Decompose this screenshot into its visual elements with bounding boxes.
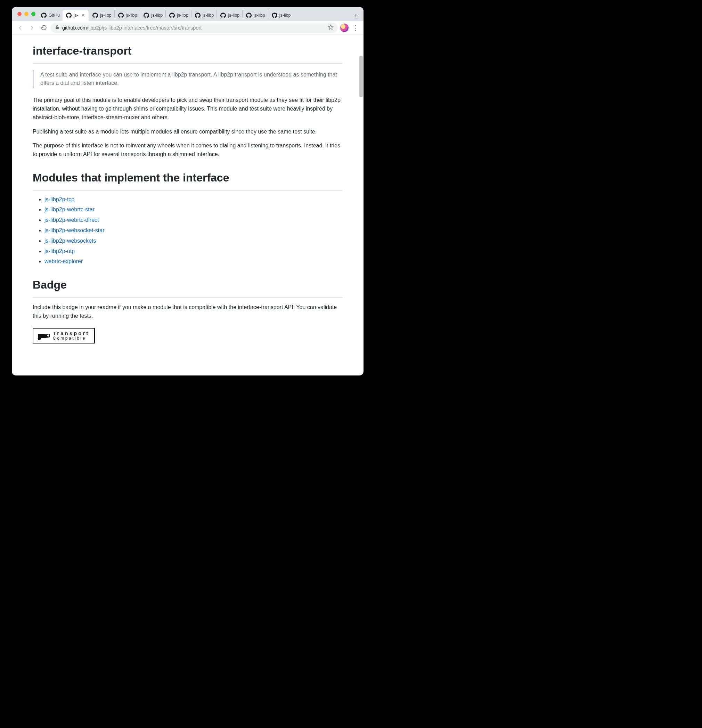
bookmark-star-icon[interactable]	[328, 25, 334, 31]
tab-title: js-libp	[254, 13, 265, 18]
minimize-window-button[interactable]	[25, 12, 29, 16]
forward-button[interactable]	[27, 23, 37, 33]
url-path: /libp2p/js-libp2p-interfaces/tree/master…	[87, 25, 202, 30]
list-item: js-libp2p-webrtc-direct	[45, 216, 343, 225]
window-controls	[16, 7, 37, 21]
vertical-scrollbar-thumb[interactable]	[359, 56, 363, 97]
browser-tab[interactable]: js-libp	[89, 10, 114, 21]
browser-tab[interactable]: js-libp	[268, 10, 294, 21]
tab-title: js-libp	[100, 13, 112, 18]
module-link[interactable]: js-libp2p-utp	[45, 248, 75, 254]
paragraph: Include this badge in your readme if you…	[33, 303, 343, 321]
github-favicon-icon	[41, 13, 46, 18]
browser-tab[interactable]: js-libp	[217, 10, 242, 21]
module-link[interactable]: js-libp2p-tcp	[45, 196, 74, 202]
tab-close-button[interactable]: ✕	[80, 13, 86, 18]
paragraph: The primary goal of this module is to en…	[33, 96, 343, 122]
list-item: js-libp2p-utp	[45, 247, 343, 256]
browser-menu-button[interactable]: ⋮	[351, 24, 360, 32]
module-link[interactable]: js-libp2p-webrtc-direct	[45, 217, 99, 223]
tab-strip: GitHujs-✕js-libpjs-libpjs-libpjs-libpjs-…	[12, 7, 363, 21]
module-link[interactable]: js-libp2p-websockets	[45, 238, 96, 244]
paragraph: Publishing a test suite as a module lets…	[33, 128, 343, 136]
tab-title: js-libp	[203, 13, 214, 18]
browser-toolbar: github.com/libp2p/js-libp2p-interfaces/t…	[12, 21, 363, 35]
github-favicon-icon	[92, 13, 98, 18]
tab-title: js-libp	[126, 13, 137, 18]
browser-tab[interactable]: js-libp	[242, 10, 268, 21]
browser-tab[interactable]: js-libp	[115, 10, 140, 21]
github-favicon-icon	[66, 13, 72, 18]
svg-rect-2	[38, 334, 46, 338]
badge-line-1: Transport	[53, 331, 89, 336]
heading-modules: Modules that implement the interface	[33, 169, 343, 191]
github-favicon-icon	[272, 13, 277, 18]
maximize-window-button[interactable]	[31, 12, 35, 16]
list-item: js-libp2p-webrtc-star	[45, 205, 343, 214]
svg-point-3	[47, 334, 49, 337]
github-favicon-icon	[118, 13, 124, 18]
readme-content: interface-transport A test suite and int…	[12, 35, 363, 357]
browser-window: GitHujs-✕js-libpjs-libpjs-libpjs-libpjs-…	[12, 7, 363, 376]
url-host: github.com	[62, 25, 87, 30]
intro-blockquote: A test suite and interface you can use t…	[33, 70, 343, 89]
back-button[interactable]	[15, 23, 25, 33]
tabs-container: GitHujs-✕js-libpjs-libpjs-libpjs-libpjs-…	[37, 7, 349, 21]
page-viewport: interface-transport A test suite and int…	[12, 35, 363, 376]
url-text: github.com/libp2p/js-libp2p-interfaces/t…	[62, 25, 202, 30]
github-favicon-icon	[246, 13, 252, 18]
paragraph: The purpose of this interface is not to …	[33, 142, 343, 159]
modules-list: js-libp2p-tcpjs-libp2p-webrtc-starjs-lib…	[33, 195, 343, 266]
heading-interface-transport: interface-transport	[33, 42, 343, 64]
heading-badge: Badge	[33, 276, 343, 298]
tab-title: js-libp	[280, 13, 291, 18]
browser-tab-active[interactable]: js-✕	[63, 10, 89, 21]
browser-tab[interactable]: js-libp	[140, 10, 166, 21]
list-item: webrtc-explorer	[45, 257, 343, 266]
transport-compatible-badge: Transport Compatible	[33, 328, 95, 343]
badge-text: Transport Compatible	[53, 331, 89, 340]
tab-title: js-libp	[177, 13, 188, 18]
list-item: js-libp2p-websocket-star	[45, 226, 343, 235]
close-window-button[interactable]	[17, 12, 22, 16]
profile-avatar[interactable]	[340, 23, 349, 32]
github-favicon-icon	[221, 13, 226, 18]
tab-title: js-libp	[228, 13, 239, 18]
transport-badge-icon	[37, 332, 49, 340]
new-tab-button[interactable]: +	[351, 11, 361, 21]
browser-tab[interactable]: js-libp	[192, 10, 217, 21]
badge-line-2: Compatible	[53, 336, 89, 341]
browser-tab[interactable]: GitHu	[37, 10, 63, 21]
tab-title: GitHu	[49, 13, 60, 18]
module-link[interactable]: webrtc-explorer	[45, 258, 83, 264]
tab-title: js-libp	[151, 13, 163, 18]
github-favicon-icon	[169, 13, 175, 18]
list-item: js-libp2p-websockets	[45, 237, 343, 246]
github-favicon-icon	[144, 13, 149, 18]
github-favicon-icon	[195, 13, 200, 18]
module-link[interactable]: js-libp2p-webrtc-star	[45, 207, 95, 212]
svg-marker-0	[328, 25, 333, 29]
module-link[interactable]: js-libp2p-websocket-star	[45, 227, 105, 233]
address-bar[interactable]: github.com/libp2p/js-libp2p-interfaces/t…	[51, 23, 338, 33]
lock-icon	[55, 25, 59, 30]
tab-title: js-	[74, 13, 78, 18]
list-item: js-libp2p-tcp	[45, 195, 343, 204]
browser-tab[interactable]: js-libp	[166, 10, 191, 21]
reload-button[interactable]	[39, 23, 49, 33]
